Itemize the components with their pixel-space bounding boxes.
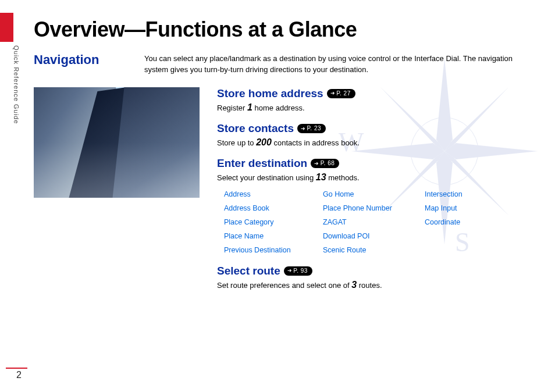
method-link[interactable]: Coordinate bbox=[425, 218, 506, 226]
page-number-rule bbox=[6, 368, 27, 369]
method-link[interactable]: Previous Destination bbox=[224, 246, 323, 254]
sidebar-section-label: Quick Reference Guide bbox=[13, 45, 20, 124]
method-link[interactable]: Download POI bbox=[323, 232, 425, 240]
method-link[interactable]: Place Category bbox=[224, 218, 323, 226]
destination-methods-grid: Address Go Home Intersection Address Boo… bbox=[217, 188, 538, 254]
method-link[interactable]: Scenic Route bbox=[323, 246, 425, 254]
store-contacts-heading[interactable]: Store contacts bbox=[217, 122, 294, 135]
method-empty bbox=[425, 232, 506, 240]
store-home-desc: Register 1 home address. bbox=[217, 101, 538, 114]
page-ref-badge[interactable]: P. 23 bbox=[297, 124, 326, 133]
page-ref-badge[interactable]: P. 68 bbox=[311, 159, 339, 168]
select-route-heading[interactable]: Select route bbox=[217, 265, 280, 277]
page-ref-badge[interactable]: P. 93 bbox=[284, 266, 312, 276]
section-heading: Navigation bbox=[34, 52, 121, 67]
page-number: 2 bbox=[16, 370, 22, 380]
method-empty bbox=[425, 246, 506, 254]
section-description: You can select any place/landmark as a d… bbox=[144, 52, 538, 76]
enter-destination-heading[interactable]: Enter destination bbox=[217, 157, 307, 170]
method-link[interactable]: Place Phone Number bbox=[323, 204, 425, 212]
illustration-photo bbox=[34, 87, 200, 198]
store-contacts-desc: Store up to 200 contacts in address book… bbox=[217, 136, 538, 149]
method-link[interactable]: Intersection bbox=[425, 190, 506, 198]
method-link[interactable]: Map Input bbox=[425, 204, 506, 212]
page-ref-badge[interactable]: P. 27 bbox=[327, 89, 355, 98]
accent-tab bbox=[0, 13, 13, 42]
select-route-desc: Set route preferences and select one of … bbox=[217, 279, 538, 291]
method-link[interactable]: Address bbox=[224, 190, 323, 198]
main-content: Overview—Functions at a Glance Navigatio… bbox=[34, 17, 538, 300]
method-link[interactable]: Go Home bbox=[323, 190, 425, 198]
method-link[interactable]: ZAGAT bbox=[323, 218, 425, 226]
store-home-heading[interactable]: Store home address bbox=[217, 87, 323, 100]
enter-destination-desc: Select your destination using 13 methods… bbox=[217, 171, 538, 184]
method-link[interactable]: Place Name bbox=[224, 232, 323, 240]
method-link[interactable]: Address Book bbox=[224, 204, 323, 212]
page-title: Overview—Functions at a Glance bbox=[34, 17, 538, 42]
